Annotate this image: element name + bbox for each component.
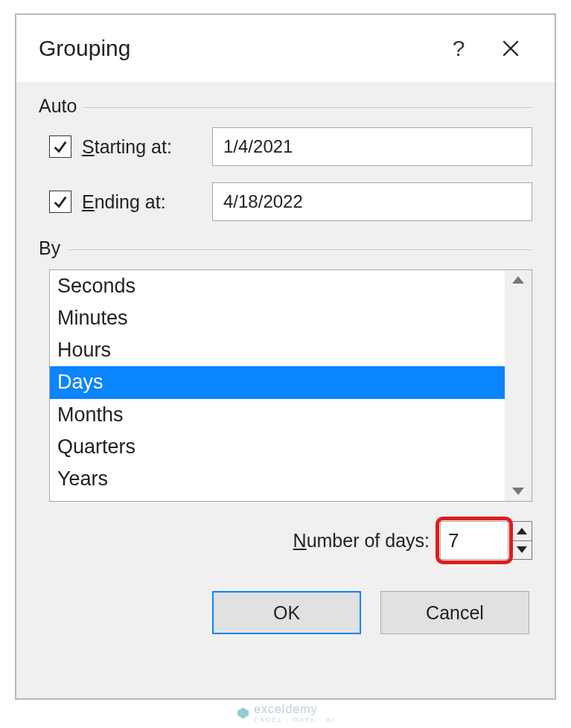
spinner-down-button[interactable] — [512, 540, 532, 560]
starting-at-input[interactable] — [212, 127, 532, 166]
divider — [68, 249, 532, 250]
auto-section-label: Auto — [39, 95, 532, 117]
dialog-body: Auto Starting at: — [16, 82, 555, 698]
starting-at-row: Starting at: — [49, 127, 532, 166]
svg-marker-2 — [237, 708, 249, 719]
ok-button[interactable]: OK — [212, 591, 361, 634]
watermark-brand: exceldemy — [254, 703, 317, 715]
by-section-label: By — [39, 237, 532, 259]
number-of-days-label: Number of days: — [293, 530, 430, 552]
ending-at-row: Ending at: — [49, 182, 532, 221]
starting-at-checkbox[interactable] — [49, 135, 71, 158]
triangle-down-icon — [517, 546, 527, 553]
dialog-buttons: OK Cancel — [39, 591, 532, 634]
ending-at-input[interactable] — [212, 182, 532, 221]
chevron-down-icon[interactable] — [512, 488, 524, 495]
watermark-tag: EXCEL · DATA · BI — [254, 716, 335, 724]
by-listbox[interactable]: SecondsMinutesHoursDaysMonthsQuartersYea… — [49, 269, 532, 502]
spinner-buttons — [511, 521, 532, 560]
spinner-up-button[interactable] — [512, 522, 532, 540]
check-icon — [52, 194, 68, 210]
help-button[interactable]: ? — [433, 26, 485, 71]
starting-at-label: Starting at: — [82, 136, 212, 158]
titlebar: Grouping ? — [16, 15, 555, 82]
grouping-dialog: Grouping ? Auto Starting at: — [15, 13, 556, 700]
watermark: exceldemy EXCEL · DATA · BI — [236, 703, 335, 724]
cancel-button[interactable]: Cancel — [380, 591, 529, 634]
auto-section: Starting at: Ending at: — [39, 127, 532, 221]
number-of-days-spinner — [440, 521, 532, 560]
number-of-days-row: Number of days: — [39, 521, 532, 560]
by-label-text: By — [39, 237, 60, 259]
close-icon — [501, 39, 520, 58]
by-section: By SecondsMinutesHoursDaysMonthsQuarters… — [39, 237, 532, 502]
triangle-up-icon — [517, 528, 527, 534]
number-of-days-input[interactable] — [440, 521, 508, 560]
close-button[interactable] — [485, 26, 537, 71]
scrollbar[interactable] — [505, 270, 532, 501]
list-item[interactable]: Days — [50, 366, 505, 398]
list-item[interactable]: Quarters — [50, 431, 505, 463]
auto-label-text: Auto — [39, 95, 77, 117]
logo-icon — [236, 706, 249, 720]
divider — [84, 107, 532, 108]
list-item[interactable]: Years — [50, 463, 505, 495]
dialog-title: Grouping — [39, 36, 433, 61]
by-listbox-items: SecondsMinutesHoursDaysMonthsQuartersYea… — [50, 270, 505, 501]
ending-at-label: Ending at: — [82, 191, 212, 213]
chevron-up-icon[interactable] — [512, 276, 524, 284]
check-icon — [52, 138, 68, 155]
ending-at-checkbox[interactable] — [49, 191, 71, 213]
list-item[interactable]: Seconds — [50, 270, 505, 302]
list-item[interactable]: Months — [50, 399, 505, 431]
list-item[interactable]: Hours — [50, 334, 505, 366]
list-item[interactable]: Minutes — [50, 302, 505, 334]
